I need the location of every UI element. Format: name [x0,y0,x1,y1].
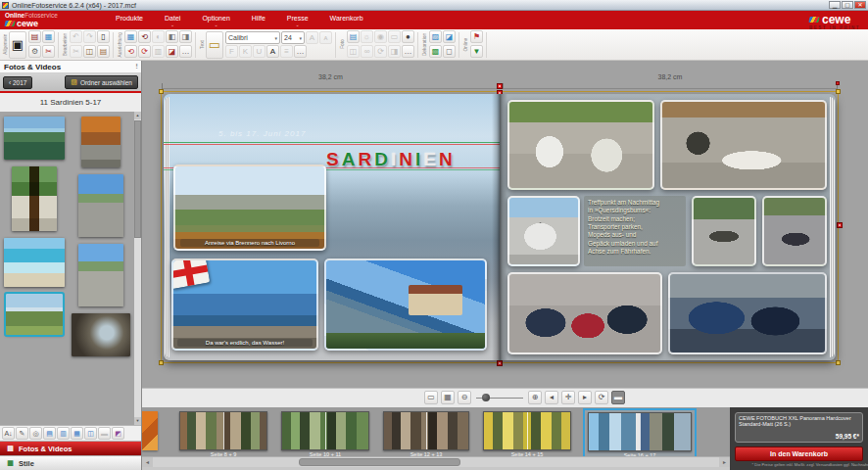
menu-item-datei[interactable]: Datei⌄ [165,15,180,25]
flip-icon[interactable]: ◐ [152,30,165,43]
photo-parking-lot[interactable] [692,196,756,266]
sardinia-flag-clipart[interactable] [171,258,210,289]
rename-icon[interactable]: ✎ [16,427,28,440]
photo-thumbnail-coast-view[interactable] [4,117,65,160]
selection-handle[interactable] [836,360,841,365]
page-turn-icon[interactable]: ⟳ [595,391,608,404]
maximize-button[interactable]: ▢ [842,1,853,9]
filmstrip-page-seite-16-17[interactable]: Seite 16 + 17 [583,408,697,456]
photo-caption[interactable]: Anreise via Brennero nach Livorno [180,239,320,247]
undo-icon[interactable]: ↶ [70,30,82,43]
spine-handle-top[interactable] [497,83,503,89]
mask-icon[interactable]: ▨ [429,30,442,43]
delete-icon[interactable]: ▯ [97,30,110,43]
underline-icon[interactable]: U [253,45,265,58]
redo-icon[interactable]: ↷ [83,30,96,43]
photo-sea-cliff[interactable]: Da war's endlich, das Wasser! [171,258,318,351]
resize-handle-right[interactable] [837,222,843,228]
spread-thumbnail[interactable] [483,411,571,450]
font-larger-icon[interactable]: A [306,31,318,44]
order-flag-icon[interactable]: ⚑ [470,30,483,43]
save-icon[interactable]: ▣ [9,31,26,59]
repair-tools-icon[interactable]: ✂ [42,45,55,58]
selection-handle[interactable] [836,89,841,94]
prev-spread-icon[interactable]: ◂ [545,391,558,404]
sidebar-item-stile[interactable]: ▦Stile [0,455,141,470]
sort-icon[interactable]: A↓ [2,427,15,440]
scrollbar-thumb[interactable] [134,120,141,238]
spread-view-icon[interactable]: ▭ [424,391,438,404]
view-large-icon[interactable]: ▦ [71,427,83,440]
view-list-icon[interactable]: ▬ [98,427,111,440]
photo-motorbikes-road[interactable] [762,196,827,266]
spread-thumbnail[interactable] [281,411,369,450]
photo-thumbnail-terrace-group[interactable] [72,313,130,356]
left-page[interactable]: 5. bis 17. Juni 2017 SARDINIEN Anreise v… [164,94,500,360]
panel-grip-icon[interactable]: ⁞ [135,62,138,70]
photo-thumbnail-beach[interactable] [4,238,65,287]
open-gallery-icon[interactable]: ▦ [42,30,55,43]
rotate-left-icon[interactable]: ⟲ [138,30,151,43]
next-spread-icon[interactable]: ▸ [578,391,592,404]
redeye-icon[interactable]: ◉ [374,30,387,43]
align-icon[interactable]: ▦ [124,30,137,43]
photo-thumbnail-beer-bottle[interactable] [12,166,57,231]
photo-caption[interactable]: Da war's endlich, das Wasser! [177,339,312,347]
shadow-icon[interactable]: ◨ [388,45,401,58]
save-as-icon[interactable]: ▤ [28,30,41,43]
font-smaller-icon[interactable]: ᴀ [319,31,332,44]
filmstrip-page-seite-10-11[interactable]: Seite 10 + 11 [279,408,371,456]
upload-icon[interactable]: ▼ [470,45,483,58]
close-button[interactable]: ✕ [854,1,866,9]
photos-scrollbar[interactable]: ▲ ▼ [134,112,141,425]
photo-thumbnail-street-scene[interactable] [81,117,121,167]
photo-house-sea[interactable] [324,258,487,351]
crop-icon[interactable]: ▭ [388,30,401,43]
add-to-cart-button[interactable]: In den Warenkorb [735,446,863,461]
photo-thumbnail-mountain-road[interactable] [78,174,123,237]
photobook-spread[interactable]: 5. bis 17. Juni 2017 SARDINIEN Anreise v… [164,94,836,360]
distribute-icon[interactable]: ▥ [152,45,165,58]
zoom-lens-icon[interactable]: ⊕ [528,391,542,404]
right-page[interactable]: Treffpunkt am Nachmittag in »Quersdingsb… [500,94,836,360]
photo-lunch-table[interactable] [660,100,827,190]
background-icon[interactable]: ▩ [429,45,442,58]
spine-handle-bottom[interactable] [497,360,503,366]
zoom-slider[interactable] [474,391,525,404]
frame-icon[interactable]: ◻ [443,45,456,58]
menu-item-hilfe[interactable]: Hilfe [252,15,265,25]
menu-item-warenkorb[interactable]: Warenkorb [330,15,363,25]
page-title-sardinien[interactable]: SARDINIEN [326,149,456,170]
grid-view-icon[interactable]: ▦ [441,391,455,404]
enhance-icon[interactable]: ☼ [361,30,373,43]
clipart-insert-icon[interactable]: ◪ [443,30,456,43]
more-arrange-icon[interactable]: … [179,45,192,58]
date-text[interactable]: 5. bis 17. Juni 2017 [218,129,306,138]
menu-item-optionen[interactable]: Optionen⌄ [202,15,229,25]
rotate-photo-icon[interactable]: ⟳ [374,45,387,58]
filmstrip-page-seite-14-15[interactable]: Seite 14 + 15 [481,408,573,456]
photo-thumbnail-field-sea[interactable] [6,294,63,335]
view-medium-icon[interactable]: ▥ [57,427,70,440]
insert-photo-icon[interactable]: ▤ [347,30,360,43]
search-icon[interactable]: ◎ [29,427,42,440]
cut-icon[interactable]: ✂ [70,45,82,58]
scroll-down-icon[interactable]: ▼ [134,417,141,425]
menu-item-presse[interactable]: Presse⌄ [287,15,309,25]
scroll-up-icon[interactable]: ▲ [134,112,141,119]
photo-luggage-pile[interactable] [507,272,662,354]
rotate-cw-icon[interactable]: ⟳ [138,45,151,58]
selection-handle[interactable] [159,360,164,365]
bold-icon[interactable]: F [225,45,238,58]
minimize-button[interactable]: ▁ [829,1,841,9]
filmstrip-scrollbar[interactable]: ◄ ► [142,456,730,467]
group-icon[interactable]: ◪ [166,45,178,58]
settings-gear-icon[interactable]: ⚙ [28,45,41,58]
rotate-ccw-icon[interactable]: ⟲ [124,45,137,58]
filmstrip-page-seite-8-9[interactable]: Seite 8 + 9 [177,408,269,456]
copy-icon[interactable]: ◫ [83,45,96,58]
more-photo-icon[interactable]: … [402,45,414,58]
story-text-block[interactable]: Treffpunkt am Nachmittag in »Quersdingsb… [584,196,686,266]
view-pairs-icon[interactable]: ◫ [84,427,97,440]
text-align-icon[interactable]: ≡ [280,45,293,58]
